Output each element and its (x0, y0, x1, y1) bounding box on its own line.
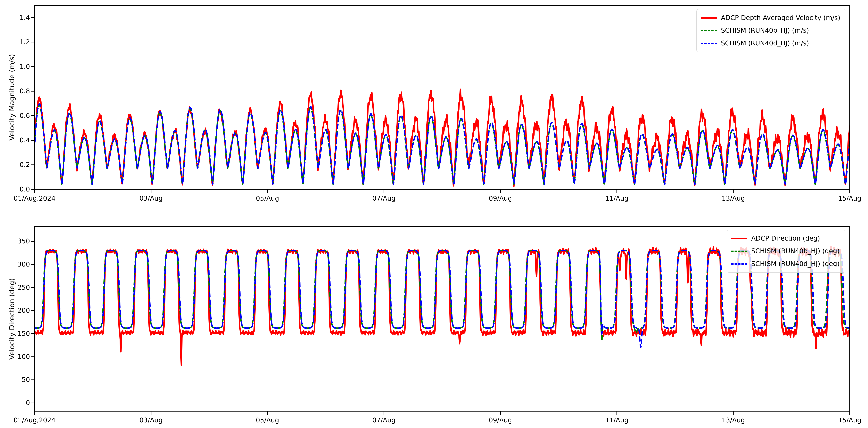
legend-line-sample-icon (701, 42, 717, 44)
velocity-magnitude-xtick-label: 05/Aug (256, 195, 279, 202)
velocity-direction-ytick-label: 350 (0, 238, 30, 245)
velocity-magnitude-ytick-label: 1.2 (0, 38, 30, 46)
velocity-direction-xtick-label: 11/Aug (605, 417, 628, 424)
velocity-magnitude-xtick-label: 01/Aug,2024 (14, 195, 56, 202)
velocity-magnitude-ytick-label: 0.8 (0, 88, 30, 95)
legend-item: ADCP Depth Averaged Velocity (m/s) (701, 11, 840, 24)
legend-item-label: ADCP Depth Averaged Velocity (m/s) (721, 11, 840, 24)
legend-item: SCHISM (RUN40b_HJ) (m/s) (701, 24, 840, 37)
legend-line-sample-icon (701, 30, 717, 31)
velocity-direction-ytick-label: 50 (0, 376, 30, 384)
legend-item-label: SCHISM (RUN40d_HJ) (m/s) (721, 37, 809, 50)
legend-item: SCHISM (RUN40d_HJ) (deg) (731, 257, 840, 270)
velocity-direction-xtick-label: 05/Aug (256, 417, 279, 424)
velocity-magnitude-xtick-label: 07/Aug (372, 195, 396, 202)
velocity-magnitude-xtick-label: 15/Aug (838, 195, 861, 202)
legend-item: SCHISM (RUN40d_HJ) (m/s) (701, 37, 840, 50)
velocity-magnitude-xtick-label: 09/Aug (489, 195, 512, 202)
velocity-direction-ytick-label: 250 (0, 284, 30, 291)
legend-item-label: SCHISM (RUN40b_HJ) (m/s) (721, 24, 809, 37)
velocity-direction-legend: ADCP Direction (deg)SCHISM (RUN40b_HJ) (… (727, 230, 845, 273)
velocity-magnitude-xtick-label: 13/Aug (722, 195, 745, 202)
velocity-magnitude-ytick-label: 0.2 (0, 161, 30, 168)
velocity-direction-ytick-label: 100 (0, 353, 30, 360)
legend-line-sample-icon (731, 263, 747, 265)
chart-canvas (0, 0, 868, 428)
velocity-direction-ytick-label: 200 (0, 307, 30, 314)
legend-line-sample-icon (731, 250, 747, 252)
velocity-direction-ytick-label: 150 (0, 330, 30, 337)
velocity-direction-xtick-label: 03/Aug (140, 417, 162, 424)
velocity-magnitude-ytick-label: 0.0 (0, 186, 30, 193)
velocity-direction-xtick-label: 09/Aug (489, 417, 512, 424)
legend-item: SCHISM (RUN40b_HJ) (deg) (731, 245, 840, 257)
velocity-magnitude-xtick-label: 03/Aug (140, 195, 162, 202)
velocity-magnitude-xtick-label: 11/Aug (605, 195, 628, 202)
velocity-direction-xtick-label: 15/Aug (838, 417, 861, 424)
velocity-magnitude-ytick-label: 0.6 (0, 112, 30, 119)
velocity-magnitude-ytick-label: 1.4 (0, 14, 30, 21)
velocity-direction-xtick-label: 01/Aug,2024 (14, 417, 56, 424)
legend-line-sample-icon (701, 18, 717, 19)
velocity-magnitude-legend: ADCP Depth Averaged Velocity (m/s)SCHISM… (696, 9, 846, 52)
velocity-magnitude-ytick-label: 1.0 (0, 63, 30, 70)
figure: Velocity Magnitude (m/s)0.00.20.40.60.81… (0, 0, 868, 428)
legend-item: ADCP Direction (deg) (731, 232, 840, 245)
legend-item-label: SCHISM (RUN40d_HJ) (deg) (751, 257, 840, 270)
velocity-direction-xtick-label: 07/Aug (372, 417, 396, 424)
velocity-magnitude-ytick-label: 0.4 (0, 137, 30, 144)
legend-item-label: SCHISM (RUN40b_HJ) (deg) (751, 245, 840, 257)
velocity-direction-ytick-label: 300 (0, 261, 30, 268)
velocity-direction-ytick-label: 0 (0, 399, 30, 406)
legend-line-sample-icon (731, 238, 747, 239)
velocity-direction-xtick-label: 13/Aug (722, 417, 745, 424)
legend-item-label: ADCP Direction (deg) (751, 232, 820, 245)
